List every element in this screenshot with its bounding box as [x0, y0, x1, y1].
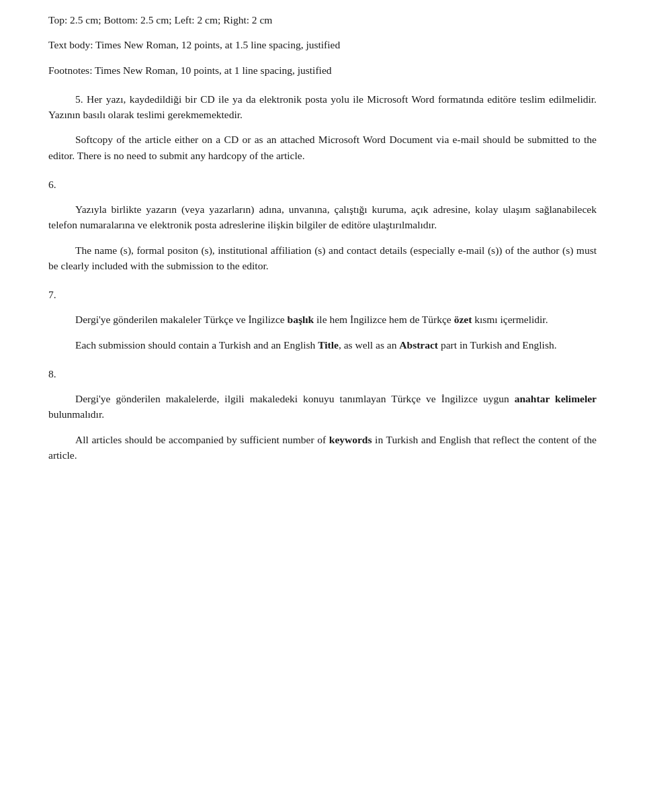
- section6-english: The name (s), formal positon (s), instit…: [48, 242, 597, 274]
- section8-bold-keywords: keywords: [329, 434, 372, 445]
- section7-bold-abstract: Abstract: [399, 339, 438, 351]
- header-line2: Text body: Times New Roman, 12 points, a…: [48, 37, 597, 52]
- section8-bold-anahtar: anahtar kelimeler: [515, 393, 597, 404]
- section8-turkish: Dergi'ye gönderilen makalelerde, ilgili …: [48, 391, 597, 422]
- section7-english: Each submission should contain a Turkish…: [48, 337, 597, 353]
- section7-bold-baslik: başlık: [288, 314, 314, 325]
- section7-bold-title: Title: [318, 339, 339, 351]
- header-line3: Footnotes: Times New Roman, 10 points, a…: [48, 62, 597, 78]
- section8-header: 8.: [48, 366, 597, 381]
- section6-header: 6.: [48, 177, 597, 192]
- section7-header: 7.: [48, 287, 597, 302]
- page: Top: 2.5 cm; Bottom: 2.5 cm; Left: 2 cm;…: [0, 0, 645, 812]
- section6-turkish: Yazıyla birlikte yazarın (veya yazarları…: [48, 201, 597, 233]
- header-line1: Top: 2.5 cm; Bottom: 2.5 cm; Left: 2 cm;…: [48, 12, 597, 28]
- section5-number: 5.: [75, 93, 83, 105]
- section7-bold-ozet: özet: [454, 314, 472, 325]
- section7-turkish: Dergi'ye gönderilen makaleler Türkçe ve …: [48, 312, 597, 327]
- section5-turkish: 5. Her yazı, kaydedildiği bir CD ile ya …: [48, 91, 597, 123]
- section8-english: All articles should be accompanied by su…: [48, 432, 597, 463]
- section5-english: Softcopy of the article either on a CD o…: [48, 132, 597, 163]
